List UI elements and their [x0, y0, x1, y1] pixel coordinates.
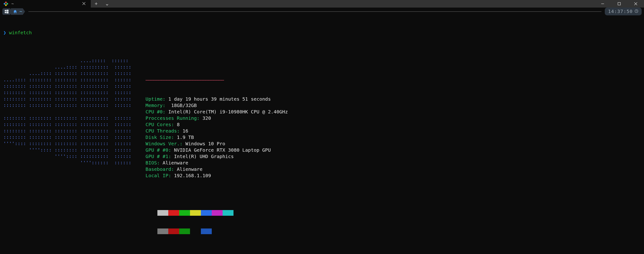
- breadcrumb-divider: [28, 11, 602, 12]
- palette-swatch: [234, 210, 244, 216]
- info-value: Windows 10 Pro: [182, 141, 225, 146]
- svg-rect-0: [5, 2, 7, 4]
- prompt-line: ❯ winfetch: [3, 30, 642, 36]
- terminal-body[interactable]: ❯ winfetch ....::::: :::::: ....:::: :::…: [0, 15, 644, 254]
- info-row: Uptime: 1 day 19 hours 39 minutes 51 sec…: [146, 96, 288, 102]
- palette-swatch: [179, 210, 190, 216]
- minimize-button[interactable]: [594, 0, 611, 8]
- breadcrumb-home[interactable]: ~: [11, 8, 25, 15]
- palette-swatch: [168, 228, 179, 234]
- info-key: Proccesses Running:: [146, 115, 200, 121]
- info-key: CPU #0:: [146, 109, 166, 114]
- info-row: GPU # #1: Intel(R) UHD Graphics: [146, 153, 288, 160]
- info-value: Alienware: [174, 166, 202, 172]
- palette-swatch: [222, 210, 234, 216]
- info-list: Uptime: 1 day 19 hours 39 minutes 51 sec…: [146, 96, 288, 179]
- info-value: Alienware: [160, 160, 188, 166]
- info-value: Intel(R) Core(TM) i9-10980HK CPU @ 2.40G…: [166, 109, 288, 114]
- svg-rect-3: [5, 4, 7, 6]
- info-value: Intel(R) UHD Graphics: [171, 154, 234, 159]
- palette-swatch: [168, 210, 179, 216]
- titlebar-spacer: [112, 0, 594, 8]
- palette-swatch: [201, 228, 212, 234]
- svg-rect-1: [6, 3, 8, 5]
- info-row: BIOS: Alienware: [146, 160, 288, 166]
- close-button[interactable]: [628, 0, 644, 8]
- palette-swatch: [234, 228, 244, 234]
- system-info: —————————————————————————————— Uptime: 1…: [146, 58, 288, 254]
- info-key: GPU # #0:: [146, 147, 171, 153]
- palette-swatch: [212, 210, 222, 216]
- tab-active[interactable]: ~: [0, 0, 91, 8]
- tab-title: ~: [11, 1, 78, 6]
- ascii-logo: ....::::: :::::: ....:::: :::::::::: :::…: [3, 58, 132, 254]
- info-key: Windows Ver.:: [146, 141, 183, 146]
- svg-rect-12: [5, 12, 6, 13]
- winfetch-output: ....::::: :::::: ....:::: :::::::::: :::…: [3, 58, 642, 254]
- info-key: CPU Threads:: [146, 128, 180, 134]
- info-key: Uptime:: [146, 96, 166, 102]
- info-row: Memory: 18GB/32GB: [146, 102, 288, 109]
- breadcrumb-os[interactable]: [2, 8, 12, 15]
- info-key: Baseboard:: [146, 166, 174, 172]
- command-text: winfetch: [9, 30, 32, 36]
- info-value: NVIDIA GeForce RTX 3080 Laptop GPU: [171, 147, 270, 153]
- info-key: Local IP:: [146, 173, 171, 178]
- color-palette: [158, 197, 288, 247]
- palette-swatch: [190, 210, 201, 216]
- info-key: CPU Cores:: [146, 122, 174, 127]
- home-icon: [13, 10, 17, 14]
- palette-row-1: [158, 210, 288, 216]
- palette-swatch: [179, 228, 190, 234]
- info-value: 8: [174, 122, 180, 127]
- windows-icon: [5, 10, 8, 14]
- info-row: Baseboard: Alienware: [146, 166, 288, 172]
- svg-rect-13: [6, 12, 8, 14]
- breadcrumb-bar: ~ 14:37:50: [0, 8, 644, 15]
- titlebar: ~ + ⌄: [0, 0, 644, 8]
- info-value: 192.168.1.109: [171, 173, 211, 178]
- svg-rect-7: [618, 2, 620, 5]
- svg-rect-2: [4, 3, 6, 5]
- palette-swatch: [158, 210, 168, 216]
- info-row: CPU Threads: 16: [146, 128, 288, 134]
- tab-close-button[interactable]: [80, 0, 88, 8]
- palette-swatch: [222, 228, 234, 234]
- clock-icon: [634, 8, 638, 15]
- info-row: Disk Size: 1.9 TB: [146, 134, 288, 140]
- info-row: CPU Cores: 8: [146, 122, 288, 128]
- info-row: Local IP: 192.168.1.109: [146, 172, 288, 179]
- prompt-symbol: ❯: [3, 30, 6, 36]
- info-key: BIOS:: [146, 160, 160, 166]
- info-key: Disk Size:: [146, 134, 174, 140]
- new-tab-button[interactable]: +: [91, 0, 102, 8]
- tab-dropdown-button[interactable]: ⌄: [102, 0, 112, 8]
- info-row: Proccesses Running: 320: [146, 115, 288, 122]
- info-value: 1.9 TB: [174, 134, 194, 140]
- info-row: Windows Ver.: Windows 10 Pro: [146, 140, 288, 147]
- svg-line-16: [636, 11, 637, 11]
- shell-icon: [3, 1, 8, 6]
- info-value: 320: [200, 115, 211, 121]
- info-value: 16: [180, 128, 188, 134]
- clock-time: 14:37:50: [608, 8, 633, 15]
- clock: 14:37:50: [605, 8, 642, 15]
- terminal-window: ~ + ⌄ ~ 14: [0, 0, 644, 254]
- info-value: 18GB/32GB: [166, 102, 197, 108]
- info-row: CPU #0: Intel(R) Core(TM) i9-10980HK CPU…: [146, 109, 288, 115]
- palette-swatch: [158, 228, 168, 234]
- info-row: GPU # #0: NVIDIA GeForce RTX 3080 Laptop…: [146, 147, 288, 153]
- maximize-button[interactable]: [611, 0, 628, 8]
- info-value: 1 day 19 hours 39 minutes 51 seconds: [166, 96, 271, 102]
- svg-rect-11: [6, 10, 8, 11]
- palette-swatch: [212, 228, 222, 234]
- info-divider: ——————————————————————————————: [146, 77, 288, 83]
- info-key: GPU # #1:: [146, 154, 171, 159]
- palette-row-2: [158, 228, 288, 234]
- palette-swatch: [201, 210, 212, 216]
- palette-swatch: [190, 228, 201, 234]
- info-key: Memory:: [146, 102, 166, 108]
- breadcrumb-path: ~: [20, 8, 22, 15]
- svg-rect-10: [5, 10, 6, 11]
